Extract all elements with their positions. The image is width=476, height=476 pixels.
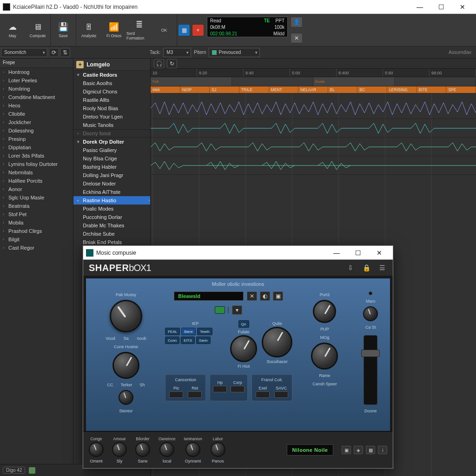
power-button[interactable] bbox=[215, 306, 225, 314]
mode-buttons[interactable]: FEALBaneTewthConnEITSSann bbox=[165, 328, 225, 344]
analysts-button[interactable]: 🎚Analysts bbox=[76, 14, 101, 46]
ok-button[interactable]: OK bbox=[152, 14, 177, 46]
foot-btn-4[interactable]: ⅰ bbox=[378, 446, 387, 454]
outline-item[interactable]: ›Presinp bbox=[0, 135, 73, 143]
save-button[interactable]: 💾Save bbox=[51, 14, 76, 46]
file-item[interactable]: Rooly Nod Bias bbox=[73, 104, 150, 112]
exel-button[interactable] bbox=[256, 391, 270, 398]
file-item[interactable]: Bashirg Habler bbox=[73, 163, 150, 171]
outline-item[interactable]: ›Hontroog bbox=[0, 68, 73, 76]
mos-knob[interactable] bbox=[311, 343, 338, 370]
port-knob[interactable] bbox=[313, 300, 336, 323]
clip-header[interactable]: LERISING bbox=[387, 86, 417, 93]
ruler-tick[interactable]: 5:00 bbox=[290, 69, 337, 77]
serd-button[interactable]: ≣Serd Formation bbox=[126, 14, 152, 46]
clip-header[interactable]: BITE bbox=[417, 86, 447, 93]
outline-item[interactable]: ›Halifiee Porcits bbox=[0, 177, 73, 185]
foot-btn-3[interactable]: ▦ bbox=[366, 446, 375, 454]
clip-header[interactable]: Mek bbox=[151, 86, 180, 93]
add-folder-icon[interactable]: + bbox=[76, 61, 84, 68]
clip-header[interactable]: BC bbox=[357, 86, 387, 93]
mode-button[interactable]: Tewth bbox=[197, 328, 212, 335]
clip-header[interactable]: SPE bbox=[446, 86, 476, 93]
outline-item[interactable]: ›Nomliring bbox=[0, 85, 73, 93]
oulie-knob[interactable] bbox=[262, 327, 292, 357]
mini-clip[interactable] bbox=[232, 77, 313, 86]
outline-item[interactable]: ›Lorer 3ds Pifats bbox=[0, 152, 73, 160]
hp-button[interactable] bbox=[213, 386, 227, 392]
foot-knob-4[interactable] bbox=[159, 442, 174, 457]
plugin-close-button[interactable]: ✕ bbox=[369, 246, 390, 260]
outline-item[interactable]: ›Heos bbox=[0, 101, 73, 110]
next-preset-icon[interactable]: ▣ bbox=[273, 291, 283, 301]
outline-item[interactable]: ›Jocklicher bbox=[0, 118, 73, 126]
ruler-tick[interactable]: 9:40 bbox=[244, 69, 290, 77]
file-item[interactable]: Drelose Noder bbox=[73, 179, 150, 188]
plugin-minimize-button[interactable]: — bbox=[326, 246, 347, 260]
outline-item[interactable]: ›Cast Regor bbox=[0, 244, 73, 252]
track-row[interactable] bbox=[151, 138, 476, 156]
maro-knob[interactable] bbox=[363, 306, 378, 321]
outline-item[interactable]: ›Dipplatian bbox=[0, 143, 73, 152]
file-item[interactable]: Dretoo Your Lgen bbox=[73, 112, 150, 121]
mini-clip[interactable] bbox=[395, 77, 476, 86]
maximize-button[interactable]: ☐ bbox=[430, 0, 452, 14]
ruler-tick[interactable]: 10 bbox=[151, 69, 197, 77]
fulate-knob[interactable] bbox=[230, 335, 257, 362]
compute-button[interactable]: 🖥Compute bbox=[25, 14, 50, 46]
track-dropdown[interactable]: M3 bbox=[163, 48, 191, 57]
clip-header[interactable]: BL bbox=[328, 86, 358, 93]
menu-icon[interactable]: ☰ bbox=[377, 263, 387, 273]
file-item[interactable]: Puccohing Dorlar bbox=[73, 213, 150, 221]
outline-item[interactable]: ›Aonor bbox=[0, 185, 73, 193]
foot-knob-2[interactable] bbox=[112, 442, 127, 457]
pic-button[interactable] bbox=[169, 391, 183, 398]
sort-icon[interactable]: ⇅ bbox=[60, 48, 70, 57]
clip-header[interactable]: NELAAR bbox=[298, 86, 328, 93]
outline-item[interactable]: ›Comditine Mactinent bbox=[0, 93, 73, 101]
file-item[interactable]: Basic Aoolhs bbox=[73, 79, 150, 87]
mini-clip[interactable]: Felt bbox=[151, 77, 232, 86]
outline-item[interactable]: ›Mobila bbox=[0, 218, 73, 227]
file-item[interactable]: Drchiise Sube bbox=[73, 230, 150, 238]
loop-icon[interactable]: ↻ bbox=[167, 59, 177, 68]
qn-button[interactable]: Qn bbox=[238, 320, 249, 328]
main-knob[interactable] bbox=[110, 300, 142, 332]
clip-header[interactable]: NIOP bbox=[180, 86, 210, 93]
stentor-knob[interactable] bbox=[119, 390, 133, 405]
outline-item[interactable]: ›Clloblle bbox=[0, 110, 73, 118]
track-row[interactable] bbox=[151, 119, 476, 138]
grid-toggle[interactable]: ▦ bbox=[178, 24, 190, 36]
minimize-button[interactable]: — bbox=[409, 0, 430, 14]
file-item[interactable]: Noy Blsa Crige bbox=[73, 154, 150, 163]
preset-screen[interactable]: Bleawsld bbox=[174, 291, 244, 301]
clip-header[interactable]: TRILE bbox=[239, 86, 269, 93]
ruler-tick[interactable]: 9:20 bbox=[197, 69, 244, 77]
output-fader[interactable] bbox=[364, 335, 377, 405]
file-item[interactable]: ▾Dorek Orp Dolter bbox=[73, 138, 150, 146]
outline-item[interactable]: ›Beatrrata bbox=[0, 202, 73, 210]
plugin-maximize-button[interactable]: ☐ bbox=[347, 246, 369, 260]
foot-knob-5[interactable] bbox=[185, 442, 200, 457]
mode-button[interactable]: Sann bbox=[196, 337, 211, 344]
file-item[interactable]: Rastile Allts bbox=[73, 96, 150, 104]
foot-btn-1[interactable]: ▣ bbox=[342, 446, 351, 454]
mode-button[interactable]: Bane bbox=[181, 328, 196, 335]
ret-button[interactable] bbox=[188, 391, 202, 398]
record-button[interactable]: + bbox=[192, 24, 204, 36]
cone-knob[interactable] bbox=[112, 352, 139, 379]
file-item[interactable]: Pasisc Giallery bbox=[73, 146, 150, 154]
outline-item[interactable]: ›Doliesshng bbox=[0, 126, 73, 135]
headphones-icon[interactable]: 🎧 bbox=[154, 59, 164, 68]
file-item[interactable]: Poalic Modes bbox=[73, 205, 150, 213]
search-dropdown[interactable]: Sonomitch bbox=[1, 48, 47, 57]
outline-item[interactable]: ›Loter Peeles bbox=[0, 76, 73, 85]
savc-button[interactable] bbox=[274, 391, 288, 398]
preset-dropdown[interactable]: Prevouced bbox=[209, 48, 260, 57]
ruler-tick[interactable]: 98:00 bbox=[430, 69, 476, 77]
prev-preset-icon[interactable]: ✕ bbox=[247, 291, 257, 301]
foot-knob-6[interactable] bbox=[211, 442, 225, 457]
outline-tree[interactable]: ›Hontroog›Loter Peeles›Nomliring›Comditi… bbox=[0, 68, 73, 476]
mode-button[interactable]: EITS bbox=[181, 337, 195, 344]
mode-button[interactable]: Conn bbox=[165, 337, 179, 344]
